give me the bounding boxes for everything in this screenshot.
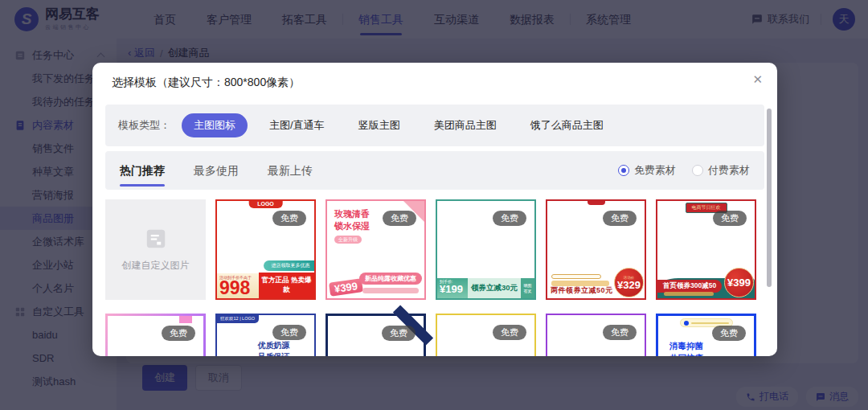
type-main-image-train[interactable]: 主图/直通车 xyxy=(257,113,337,137)
type-eleme-product[interactable]: 饿了么商品主图 xyxy=(518,113,616,137)
free-badge: 免费 xyxy=(713,211,747,226)
free-badge: 免费 xyxy=(493,325,526,340)
two-piece-coupon-text: 两件领券立减50元 xyxy=(551,285,613,296)
radio-free-materials[interactable]: 免费素材 xyxy=(618,163,676,178)
template-grid-row-2: 免费 狂欢双12 | LOGO 免费 优质奶源 品质保证 免费 免费 免费 xyxy=(105,314,756,356)
coupon-ribbon: 领券立减30元 xyxy=(468,278,521,298)
template-card-red-329[interactable]: 免费 两件领券立减50元 活动价 ¥329 xyxy=(546,199,646,300)
headline-line1: 消毒抑菌 xyxy=(669,340,703,352)
template-card-pink-rose[interactable]: 免费 玫瑰清香 锁水保湿 全新升级 ¥399 新品纯露收藏优惠 xyxy=(326,199,426,300)
headline-line1: 优质奶源 xyxy=(233,340,314,351)
double12-logo-tab: 狂欢双12 | LOGO xyxy=(216,314,259,323)
price-199: ¥199 xyxy=(440,284,465,294)
corner-text-line2: 有奖 xyxy=(524,289,532,294)
image-placeholder-icon xyxy=(144,227,168,251)
template-picker-modal: 选择模板（建议尺寸：800*800像素） ✕ 模板类型： 主图图标 主图/直通车… xyxy=(92,63,777,356)
shop-coupon-ribbon: 进店领取更多优惠 xyxy=(264,260,314,271)
template-card-yellow-border[interactable]: 免费 xyxy=(436,314,536,356)
free-badge: 免费 xyxy=(272,325,306,340)
template-card-gradient-border[interactable]: 免费 xyxy=(105,314,206,356)
template-card-red-998[interactable]: LOGO 免费 活动到手价不高于 998 进店领取更多优惠 官方正品 热卖爆款 xyxy=(215,199,316,300)
radio-paid-materials[interactable]: 付费素材 xyxy=(692,163,750,178)
template-card-navy-ribbon[interactable]: 免费 xyxy=(326,314,426,356)
type-vertical-main-image[interactable]: 竖版主图 xyxy=(346,113,412,137)
type-main-image-icon[interactable]: 主图图标 xyxy=(182,113,248,137)
new-product-ribbon: 新品纯露收藏优惠 xyxy=(359,273,422,285)
template-grid-row-1: 创建自定义图片 LOGO 免费 活动到手价不高于 998 进店领取更多优惠 官方… xyxy=(105,199,756,300)
type-meituan-product[interactable]: 美团商品主图 xyxy=(422,113,509,137)
logo-tab: LOGO xyxy=(248,200,283,208)
corner-tab xyxy=(179,316,192,323)
price-399: ¥399 xyxy=(329,278,363,297)
free-badge: 免费 xyxy=(272,211,306,226)
free-badge: 免费 xyxy=(383,211,416,226)
tab-newest[interactable]: 最新上传 xyxy=(268,151,313,190)
sort-tab-bar: 热门推荐 最多使用 最新上传 免费素材 付费素材 xyxy=(105,151,764,190)
decorative-coupon-pills xyxy=(551,274,609,286)
headline-line2: 锁水保湿 xyxy=(334,220,370,232)
homepage-coupon-ribbon: 首页领券300减50 xyxy=(657,280,722,293)
tab-hot-recommend[interactable]: 热门推荐 xyxy=(120,151,165,190)
template-card-double12-milk[interactable]: 狂欢双12 | LOGO 免费 优质奶源 品质保证 xyxy=(215,314,316,356)
template-type-label: 模板类型： xyxy=(118,118,170,133)
headline-line1: 玫瑰清香 xyxy=(334,208,370,220)
modal-scrollbar[interactable] xyxy=(767,109,772,287)
decorative-gold-bar xyxy=(664,292,714,296)
upgrade-tag: 全新升级 xyxy=(334,236,362,244)
free-badge: 免费 xyxy=(382,326,416,341)
radio-dot-icon xyxy=(692,165,703,176)
price-998: 998 xyxy=(219,280,256,297)
create-custom-image-card[interactable]: 创建自定义图片 xyxy=(105,199,206,300)
brand-dot-icon xyxy=(684,321,689,326)
screen: S 网易互客 云端销售中心 首页 客户管理 拓客工具 销售工具 互动渠道 数据报… xyxy=(0,0,868,410)
top-ornament xyxy=(588,201,605,205)
radio-dot-icon xyxy=(618,165,629,176)
headline-line2: 共同抗疫 xyxy=(669,352,703,356)
free-badge: 免费 xyxy=(712,326,746,341)
headline-line2: 品质保证 xyxy=(233,351,314,357)
decorative-pill xyxy=(362,288,419,293)
authentic-hot-ribbon: 官方正品 热卖爆款 xyxy=(259,273,314,298)
template-card-teal-199[interactable]: 免费 到手价: ¥199 领券立减30元 晒图 有奖 xyxy=(436,199,536,300)
price-circle-badge: 活动价 ¥329 xyxy=(614,268,644,297)
free-badge: 免费 xyxy=(603,325,637,340)
price-circle-badge: ¥399 xyxy=(724,268,754,297)
tab-most-used[interactable]: 最多使用 xyxy=(194,151,239,190)
close-icon[interactable]: ✕ xyxy=(752,72,763,87)
create-card-label: 创建自定义图片 xyxy=(122,259,190,273)
template-card-purple-border[interactable]: 免费 xyxy=(546,314,646,356)
template-type-bar: 模板类型： 主图图标 主图/直通车 竖版主图 美团商品主图 饿了么商品主图 xyxy=(105,105,764,146)
free-badge: 免费 xyxy=(493,211,526,226)
free-badge: 免费 xyxy=(603,211,637,226)
free-badge: 免费 xyxy=(162,326,195,341)
template-card-disinfect-blue[interactable]: 免费 消毒抑菌 共同抗疫 xyxy=(656,314,756,356)
template-card-festival-399[interactable]: 电商节日狂欢 免费 首页领券300减50 ¥399 xyxy=(656,199,756,300)
corner-text-line1: 晒图 xyxy=(524,283,532,289)
modal-title: 选择模板（建议尺寸：800*800像素） xyxy=(112,76,300,90)
